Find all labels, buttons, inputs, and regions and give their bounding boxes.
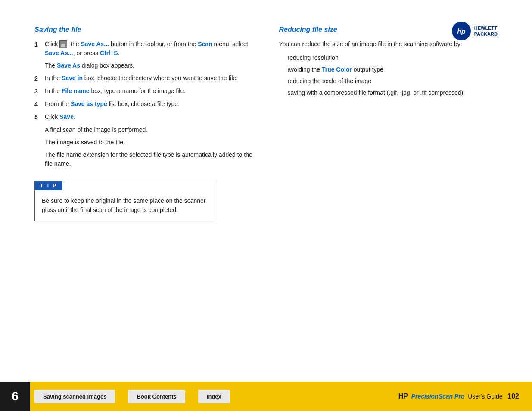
step-number-3: 3 [34, 87, 41, 96]
step-1-result: The Save As dialog box appears. [45, 61, 253, 70]
ctrl-s-link[interactable]: Ctrl+S [100, 50, 118, 56]
right-section-title: Reducing file size [279, 26, 498, 34]
footer-link-saving[interactable]: Saving scanned images [34, 390, 115, 403]
step-1: 1 Click , the Save As... button in the t… [34, 40, 253, 58]
file-name-link[interactable]: File name [62, 87, 90, 94]
step-number-5: 5 [34, 113, 41, 122]
step-5: 5 Click Save. [34, 112, 253, 122]
chapter-number: 6 [0, 382, 30, 411]
result-para-1: A final scan of the image is performed. [45, 125, 253, 134]
footer-link-book-contents[interactable]: Book Contents [128, 390, 185, 403]
save-as-link-2[interactable]: Save As... [45, 50, 73, 56]
right-column: Reducing file size You can reduce the si… [279, 26, 498, 359]
save-in-link[interactable]: Save in [62, 75, 83, 81]
step-text-4: From the Save as type list box, choose a… [45, 100, 253, 109]
bullet-item-2: avoiding the True Color output type [279, 64, 498, 75]
step-text-2: In the Save in box, choose the directory… [45, 74, 253, 83]
footer-guide-text: User's Guide [468, 393, 502, 400]
footer-product-name: PrecisionScan Pro [411, 393, 465, 400]
save-link[interactable]: Save [59, 113, 74, 120]
step-text-1: Click , the Save As... button in the too… [45, 40, 253, 58]
step-4: 4 From the Save as type list box, choose… [34, 100, 253, 109]
step-3: 3 In the File name box, type a name for … [34, 87, 253, 96]
save-as-dialog-link[interactable]: Save As [57, 62, 80, 69]
step-text-5: Click Save. [45, 112, 253, 122]
step-text-3: In the File name box, type a name for th… [45, 87, 253, 96]
save-as-link-1[interactable]: Save As... [81, 40, 109, 47]
tip-header: T I P [35, 181, 62, 190]
footer-title: HP PrecisionScan Pro User's Guide 102 [398, 392, 532, 400]
result-para-3: The file name extension for the selected… [45, 150, 253, 168]
left-section-title: Saving the file [34, 26, 253, 34]
save-as-type-link[interactable]: Save as type [71, 100, 107, 107]
step-number-2: 2 [34, 74, 41, 83]
tip-content: Be sure to keep the original in the same… [35, 190, 215, 221]
scan-menu-link[interactable]: Scan [198, 40, 212, 47]
step-2: 2 In the Save in box, choose the directo… [34, 74, 253, 83]
true-color-link[interactable]: True Color [322, 66, 352, 73]
result-para-2: The image is saved to the file. [45, 138, 253, 147]
bullet-item-1: reducing resolution [279, 52, 498, 64]
tip-box: T I P Be sure to keep the original in th… [34, 181, 215, 221]
footer-bar: 6 Saving scanned images Book Contents In… [0, 382, 532, 411]
footer-link-index[interactable]: Index [198, 390, 230, 403]
right-intro: You can reduce the size of an image file… [279, 40, 498, 49]
page-content: Saving the file 1 Click , the Save As...… [0, 0, 532, 377]
bullet-item-3: reducing the scale of the image [279, 75, 498, 87]
footer-page-number: 102 [507, 392, 519, 400]
footer-links: Saving scanned images Book Contents Inde… [30, 390, 532, 403]
save-as-icon [59, 40, 67, 48]
bullet-list: reducing resolution avoiding the True Co… [279, 52, 498, 99]
footer-hp-brand: HP [398, 392, 408, 400]
step-number-1: 1 [34, 40, 41, 58]
left-column: Saving the file 1 Click , the Save As...… [34, 26, 253, 359]
step-number-4: 4 [34, 100, 41, 109]
bullet-item-4: saving with a compressed file format (.g… [279, 87, 498, 99]
